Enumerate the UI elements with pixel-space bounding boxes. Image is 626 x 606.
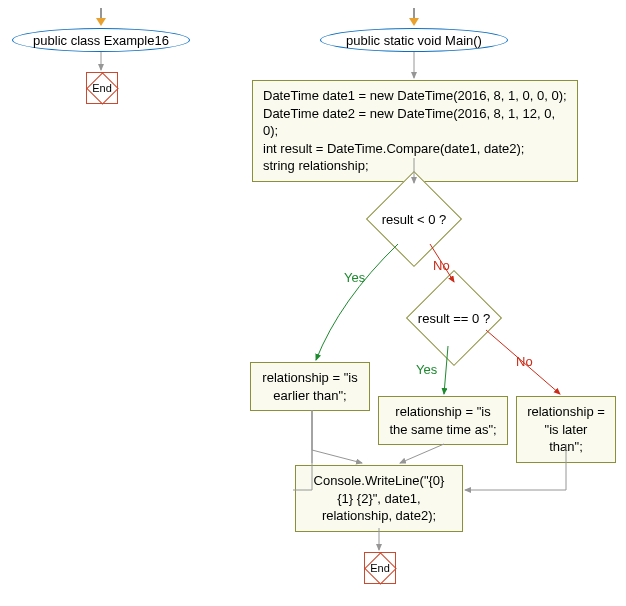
process-same: relationship = "is the same time as";: [378, 396, 508, 445]
edge-label-no: No: [516, 354, 533, 369]
edge-label-yes: Yes: [416, 362, 437, 377]
decision-result-lt0: result < 0 ?: [380, 185, 448, 253]
process-line: Console.WriteLine("{0}: [306, 472, 452, 490]
process-line: relationship = "is: [261, 369, 359, 387]
process-line: relationship =: [527, 403, 605, 421]
start-node-class: public class Example16: [12, 28, 190, 52]
process-output: Console.WriteLine("{0} {1} {2}", date1, …: [295, 465, 463, 532]
start-node-class-label: public class Example16: [33, 33, 169, 48]
start-arrow-icon: [96, 18, 106, 26]
process-line: "is later than";: [527, 421, 605, 456]
process-line: earlier than";: [261, 387, 359, 405]
edge-label-no: No: [433, 258, 450, 273]
process-line: relationship = "is: [389, 403, 497, 421]
process-later: relationship = "is later than";: [516, 396, 616, 463]
start-node-main-label: public static void Main(): [346, 33, 482, 48]
process-line: relationship, date2);: [306, 507, 452, 525]
process-init: DateTime date1 = new DateTime(2016, 8, 1…: [252, 80, 578, 182]
start-node-main: public static void Main(): [320, 28, 508, 52]
end-node-left: End: [86, 72, 118, 104]
process-line: int result = DateTime.Compare(date1, dat…: [263, 140, 567, 158]
edge-label-yes: Yes: [344, 270, 365, 285]
process-line: {1} {2}", date1,: [306, 490, 452, 508]
start-arrow-icon: [409, 18, 419, 26]
process-line: the same time as";: [389, 421, 497, 439]
decision-result-eq0: result == 0 ?: [420, 284, 488, 352]
end-node-left-label: End: [92, 82, 112, 94]
process-earlier: relationship = "is earlier than";: [250, 362, 370, 411]
decision-result-eq0-label: result == 0 ?: [406, 284, 501, 352]
decision-result-lt0-label: result < 0 ?: [366, 185, 461, 253]
end-node-right: End: [364, 552, 396, 584]
end-node-right-label: End: [370, 562, 390, 574]
process-line: DateTime date2 = new DateTime(2016, 8, 1…: [263, 105, 567, 140]
process-line: DateTime date1 = new DateTime(2016, 8, 1…: [263, 87, 567, 105]
